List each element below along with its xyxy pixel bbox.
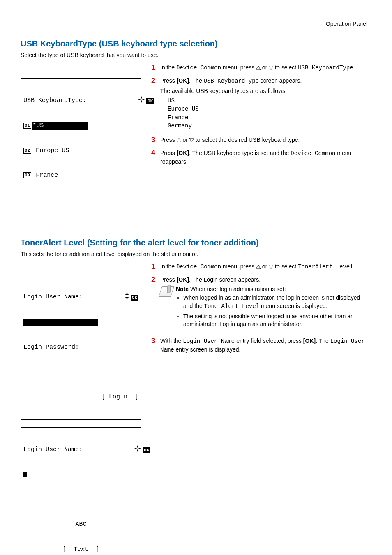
list-index: 02 xyxy=(23,148,31,154)
step-number: 3 xyxy=(151,136,160,145)
step-body: In the Device Common menu, press or to s… xyxy=(160,63,367,72)
diamond-arrows-icon xyxy=(86,88,145,114)
section2-intro: This sets the toner addition alert level… xyxy=(21,251,367,257)
list-index: 03 xyxy=(23,172,31,178)
kb-option: France xyxy=(168,113,367,122)
up-arrow-icon xyxy=(256,263,261,271)
section2-title: TonerAlert Level (Setting for the alert … xyxy=(21,238,367,247)
step-body: Press or to select the desired USB keybo… xyxy=(160,136,367,145)
header-section-label: Operation Panel xyxy=(21,21,367,27)
lcd-softkey: [ Login ] xyxy=(23,393,138,401)
diamond-arrows-icon xyxy=(83,437,141,463)
step-body: Press [OK]. The USB keyboard type is set… xyxy=(160,149,367,166)
kb-option: Germany xyxy=(168,122,367,130)
list-item: Europe US xyxy=(32,147,69,154)
lcd-login-screen: Login User Name: OK Login Password: [ Lo… xyxy=(21,275,141,420)
text-cursor xyxy=(23,472,27,477)
kb-option: US xyxy=(168,97,367,105)
step-body: In the Device Common menu, press or to s… xyxy=(160,262,367,271)
lcd-softkey: [ Text ] xyxy=(23,546,138,554)
kb-option: Europe US xyxy=(168,105,367,113)
ok-badge: OK xyxy=(131,295,138,301)
lcd-username-entry: Login User Name: OK ABC [ Text ] xyxy=(21,427,141,555)
step-body: Press [OK]. The USB KeyboardType screen … xyxy=(160,76,367,132)
list-item: *US xyxy=(32,122,88,130)
field-highlight xyxy=(23,319,98,326)
up-arrow-icon xyxy=(256,64,261,72)
lcd-line: Login Password: xyxy=(23,343,138,352)
updown-arrows-icon xyxy=(125,293,129,302)
section1-intro: Select the type of USB keyboard that you… xyxy=(21,52,367,58)
step-number: 4 xyxy=(151,149,160,166)
lcd-usb-keyboardtype: USB KeyboardType: OK 01*US 02 Europe US … xyxy=(21,78,141,223)
step-number: 1 xyxy=(151,63,160,72)
down-arrow-icon xyxy=(269,263,273,271)
section1-title: USB KeyboardType (USB keyboard type sele… xyxy=(21,39,367,49)
down-arrow-icon xyxy=(189,136,194,144)
up-arrow-icon xyxy=(177,136,181,144)
header-rule xyxy=(21,29,367,29)
step-body: With the Login User Name entry field sel… xyxy=(160,337,367,354)
step-body: Press [OK]. The Login screen appears. No… xyxy=(160,275,367,333)
down-arrow-icon xyxy=(269,64,273,72)
ok-badge: OK xyxy=(143,447,150,453)
lcd-title: Login User Name: xyxy=(23,446,83,454)
note-icon xyxy=(159,286,174,297)
list-index: 01 xyxy=(23,123,31,129)
ok-badge: OK xyxy=(146,98,154,104)
note-body: Note When user login administration is s… xyxy=(176,285,367,330)
step-number: 2 xyxy=(151,275,160,333)
lcd-title: USB KeyboardType: xyxy=(23,97,86,105)
lcd-line: ABC xyxy=(23,520,138,529)
list-item: France xyxy=(32,172,58,179)
lcd-title: Login User Name: xyxy=(23,293,83,301)
step-number: 3 xyxy=(151,337,160,354)
step-number: 1 xyxy=(151,262,160,271)
